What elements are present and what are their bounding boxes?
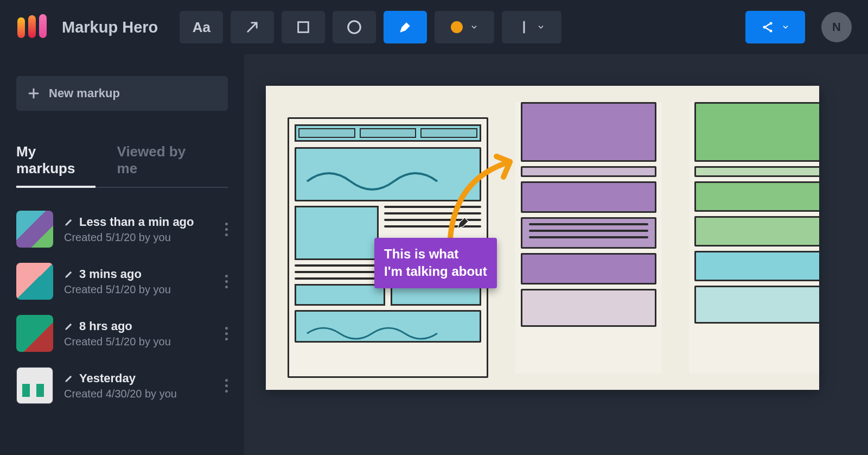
square-icon	[296, 20, 311, 35]
item-title: Less than a min ago	[79, 215, 194, 229]
item-menu-button[interactable]	[225, 327, 228, 340]
color-swatch-icon	[451, 21, 463, 33]
logo-mark-icon	[16, 14, 51, 40]
new-markup-button[interactable]: New markup	[16, 76, 228, 111]
logo[interactable]: Markup Hero	[16, 14, 158, 40]
arrow-icon	[245, 20, 260, 35]
rectangle-tool-button[interactable]	[282, 11, 325, 43]
item-meta: Created 5/1/20 by you	[64, 231, 194, 244]
share-icon	[761, 21, 774, 34]
text-annotation[interactable]: This is what I'm talking about	[374, 238, 497, 288]
thumbnail	[16, 367, 53, 404]
list-item[interactable]: Less than a min ago Created 5/1/20 by yo…	[16, 203, 228, 255]
thumbnail	[16, 315, 53, 352]
list-item[interactable]: Yesterday Created 4/30/20 by you	[16, 359, 228, 412]
item-menu-button[interactable]	[225, 275, 228, 288]
item-meta: Created 5/1/20 by you	[64, 336, 171, 348]
chevron-down-icon	[470, 23, 478, 31]
svg-point-4	[348, 21, 361, 34]
pen-icon	[64, 217, 74, 227]
canvas-area: This is what I'm talking about	[244, 54, 868, 455]
header: Markup Hero Aa	[0, 0, 868, 54]
thumbnail	[16, 211, 53, 248]
list-item[interactable]: 8 hrs ago Created 5/1/20 by you	[16, 307, 228, 359]
item-title: Yesterday	[79, 371, 136, 386]
sidebar: New markup My markups Viewed by me	[0, 54, 244, 455]
share-button[interactable]	[745, 11, 805, 43]
pen-tool-button[interactable]	[384, 11, 427, 43]
toolbar: Aa	[180, 11, 561, 43]
arrow-tool-button[interactable]	[231, 11, 274, 43]
list-item[interactable]: 3 mins ago Created 5/1/20 by you	[16, 255, 228, 307]
circle-icon	[346, 19, 362, 35]
tab-viewed-by-me[interactable]: Viewed by me	[117, 143, 206, 187]
pen-icon	[64, 321, 74, 331]
tab-my-markups[interactable]: My markups	[16, 143, 95, 187]
stroke-width-button[interactable]	[502, 11, 561, 43]
chevron-down-icon	[782, 23, 789, 31]
color-picker-button[interactable]	[435, 11, 494, 43]
sidebar-tabs: My markups Viewed by me	[16, 143, 228, 188]
text-tool-button[interactable]: Aa	[180, 11, 223, 43]
svg-rect-3	[298, 22, 309, 33]
pen-icon	[64, 269, 74, 279]
item-meta: Created 4/30/20 by you	[64, 388, 177, 400]
item-title: 8 hrs ago	[79, 319, 132, 333]
item-title: 3 mins ago	[79, 267, 142, 281]
ellipse-tool-button[interactable]	[333, 11, 376, 43]
svg-rect-1	[28, 15, 36, 38]
markup-canvas[interactable]: This is what I'm talking about	[266, 86, 819, 390]
text-icon: Aa	[193, 19, 210, 36]
item-menu-button[interactable]	[225, 379, 228, 393]
pen-icon	[398, 20, 412, 34]
new-markup-label: New markup	[49, 86, 120, 100]
pen-cursor-icon	[456, 215, 471, 230]
stroke-icon	[519, 21, 529, 34]
avatar-initial: N	[832, 20, 841, 34]
pen-icon	[64, 374, 74, 383]
wireframe-sketch	[689, 102, 819, 374]
svg-rect-0	[17, 17, 25, 38]
item-menu-button[interactable]	[225, 223, 228, 236]
plus-icon	[27, 87, 40, 100]
avatar[interactable]: N	[821, 12, 852, 42]
thumbnail	[16, 263, 53, 300]
svg-rect-2	[39, 14, 47, 38]
item-meta: Created 5/1/20 by you	[64, 283, 171, 296]
app-title: Markup Hero	[62, 18, 158, 36]
markups-list: Less than a min ago Created 5/1/20 by yo…	[16, 203, 228, 412]
wireframe-sketch	[515, 102, 662, 374]
chevron-down-icon	[537, 23, 545, 31]
